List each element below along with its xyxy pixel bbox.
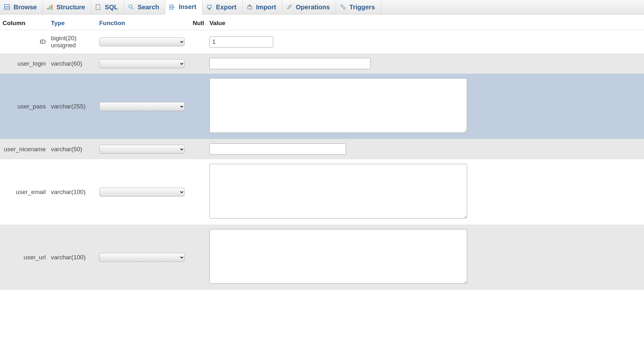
triggers-icon (340, 4, 346, 10)
null-cell (190, 30, 207, 54)
table-row: IDbigint(20) unsigned (0, 30, 644, 54)
function-cell (97, 74, 190, 139)
function-select[interactable] (99, 145, 185, 154)
function-cell (97, 225, 190, 290)
value-textarea[interactable] (209, 164, 467, 218)
tab-operations[interactable]: Operations (282, 0, 336, 14)
svg-rect-12 (207, 5, 211, 8)
search-icon (128, 4, 134, 10)
table-row: user_nicenamevarchar(50) (0, 139, 644, 159)
tab-label: Triggers (350, 4, 375, 11)
svg-line-17 (342, 6, 344, 8)
import-icon (246, 4, 253, 10)
svg-rect-3 (47, 8, 49, 10)
table-row: user_urlvarchar(100) (0, 225, 644, 290)
function-select[interactable] (99, 253, 185, 262)
value-cell (207, 30, 644, 54)
svg-point-7 (129, 5, 132, 8)
tab-sql[interactable]: SQL (91, 0, 124, 14)
header-type[interactable]: Type (48, 16, 97, 30)
tab-browse[interactable]: Browse (0, 0, 43, 14)
column-name: user_url (0, 225, 48, 290)
tab-import[interactable]: Import (243, 0, 282, 14)
column-name: user_email (0, 159, 48, 225)
svg-rect-4 (49, 6, 51, 10)
header-column: Column (0, 16, 48, 30)
value-input[interactable] (209, 144, 346, 155)
column-name: user_nicename (0, 139, 48, 159)
structure-icon (47, 4, 53, 10)
svg-line-8 (132, 8, 133, 9)
tab-export[interactable]: Export (202, 0, 242, 14)
sql-icon (95, 4, 101, 10)
value-cell (207, 225, 644, 290)
header-null: Null (190, 16, 207, 30)
null-cell (190, 139, 207, 159)
tab-structure[interactable]: Structure (43, 0, 91, 14)
value-cell (207, 139, 644, 159)
table-row: user_emailvarchar(100) (0, 159, 644, 225)
tab-search[interactable]: Search (124, 0, 165, 14)
function-cell (97, 30, 190, 54)
value-cell (207, 159, 644, 225)
value-cell (207, 53, 644, 74)
column-type: varchar(100) (48, 159, 97, 225)
null-cell (190, 74, 207, 139)
tab-label: Insert (179, 3, 196, 11)
function-select[interactable] (99, 188, 185, 197)
svg-point-14 (287, 8, 288, 9)
tab-triggers[interactable]: Triggers (336, 0, 381, 14)
column-name: user_login (0, 53, 48, 74)
column-name: user_pass (0, 74, 48, 139)
null-cell (190, 53, 207, 74)
table-row: user_loginvarchar(60) (0, 53, 644, 74)
column-type: varchar(50) (48, 139, 97, 159)
tab-bar: Browse Structure SQL Search Insert Expor… (0, 0, 644, 14)
tab-label: Browse (14, 4, 37, 11)
function-cell (97, 53, 190, 74)
svg-rect-9 (170, 5, 173, 9)
function-select[interactable] (99, 102, 185, 111)
header-function[interactable]: Function (97, 16, 190, 30)
table-row: user_passvarchar(255) (0, 74, 644, 139)
function-select[interactable] (99, 37, 185, 46)
column-type: varchar(255) (48, 74, 97, 139)
insert-form-table: Column Type Function Null Value IDbigint… (0, 16, 644, 290)
null-cell (190, 225, 207, 290)
svg-rect-0 (5, 5, 10, 10)
tab-label: Structure (56, 4, 85, 11)
function-cell (97, 159, 190, 225)
value-textarea[interactable] (209, 78, 467, 133)
column-type: varchar(60) (48, 53, 97, 74)
operations-icon (286, 4, 293, 10)
tab-label: SQL (105, 4, 118, 11)
null-cell (190, 159, 207, 225)
function-select[interactable] (99, 59, 185, 68)
insert-icon (169, 4, 176, 10)
tab-insert[interactable]: Insert (165, 0, 202, 14)
column-name: ID (0, 30, 48, 54)
svg-rect-5 (51, 5, 53, 10)
tab-label: Search (138, 4, 159, 11)
value-textarea[interactable] (209, 229, 467, 284)
tab-label: Export (216, 4, 236, 11)
column-type: bigint(20) unsigned (48, 30, 97, 54)
tab-label: Operations (296, 4, 330, 11)
value-cell (207, 74, 644, 139)
browse-icon (4, 4, 10, 10)
column-type: varchar(100) (48, 225, 97, 290)
header-value: Value (207, 16, 644, 30)
value-input[interactable] (209, 58, 370, 69)
function-cell (97, 139, 190, 159)
tab-label: Import (256, 4, 276, 11)
export-icon (206, 4, 213, 10)
value-input[interactable] (209, 36, 273, 48)
